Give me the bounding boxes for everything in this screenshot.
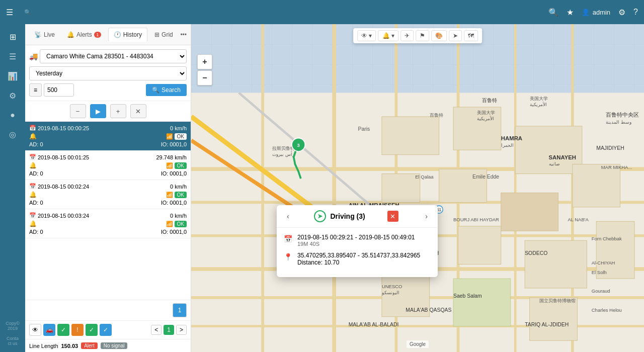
svg-text:صانيه: صانيه	[549, 161, 560, 166]
history-item-2[interactable]: 📅 2019-08-15 00:01:25 29.748 km/h 🔔 📶 OK…	[25, 151, 191, 180]
popup-time-row: 📅 2019-08-15 00:29:21 - 2019-08-15 00:49…	[284, 234, 431, 247]
pagination-row: 1	[25, 300, 191, 320]
popup-next-button[interactable]: ›	[422, 211, 431, 221]
tab-alerts-label: Alerts	[76, 31, 92, 38]
limit-input[interactable]	[44, 83, 74, 97]
bell-toolbar-btn[interactable]: 🔔 ▾	[378, 30, 398, 41]
svg-text:美国大学: 美国大学	[477, 110, 495, 115]
map-canvas[interactable]: 百鲁特 美国大学 الأمريكية Paris 拉斯贝鲁特 رأس بيروت…	[191, 24, 644, 352]
history-item-1[interactable]: 📅 2019-08-15 00:00:25 0 km/h 🔔 📶 OK AD: …	[25, 122, 191, 151]
pb-stop-button[interactable]: ✕	[130, 104, 146, 118]
panel-controls: 🚚 Camaro White Cama 283501 - 4483034 Yes…	[25, 45, 191, 101]
status-bar: Line Length 150.03 Alert No signal	[25, 339, 191, 352]
alerts-badge: 1	[94, 32, 101, 38]
zoom-out-button[interactable]: −	[197, 70, 212, 85]
sidebar-item-list[interactable]: ☰	[0, 48, 25, 65]
svg-text:وسط المدينة: وسط المدينة	[606, 119, 631, 125]
filter-check2-button[interactable]: ✓	[86, 324, 98, 336]
page-1-button[interactable]: 1	[173, 303, 187, 317]
popup-prev-button[interactable]: ‹	[284, 211, 292, 221]
search-row: ≡ 🔍 Search	[29, 83, 187, 97]
tab-history[interactable]: 🕐 History	[108, 28, 147, 42]
sidebar-item-grid[interactable]: ⊞	[0, 28, 25, 46]
palette-toolbar-btn[interactable]: 🎨	[431, 30, 447, 41]
svg-text:国立贝鲁特博物馆: 国立贝鲁特博物馆	[539, 298, 576, 303]
svg-text:MALA'AB QASQAS: MALA'AB QASQAS	[406, 307, 451, 313]
svg-rect-20	[382, 174, 420, 203]
svg-text:Paris: Paris	[358, 126, 370, 132]
svg-text:MAR MIKHA...: MAR MIKHA...	[601, 164, 632, 170]
pb-play-button[interactable]: ▶	[90, 104, 106, 118]
notification-icon[interactable]: 🔍	[548, 8, 558, 17]
filter-page-num[interactable]: 1	[164, 325, 174, 335]
tab-history-label: History	[123, 31, 142, 38]
admin-label: 👤 admin	[582, 9, 610, 16]
svg-text:SANAYEH: SANAYEH	[549, 154, 577, 160]
history-item-3[interactable]: 📅 2019-08-15 00:02:24 0 km/h 🔔 📶 OK AD: …	[25, 180, 191, 209]
hi-io-1: IO: 0001,0	[161, 141, 187, 147]
search-button[interactable]: 🔍 Search	[146, 84, 187, 96]
user-icon: 👤	[582, 9, 590, 16]
plane-toolbar-btn[interactable]: ✈	[400, 30, 414, 41]
pb-next-button[interactable]: +	[110, 104, 126, 118]
search-icon: 🔍	[152, 86, 159, 94]
hi-ad-3: AD: 0	[29, 200, 43, 206]
tab-alerts[interactable]: 🔔 Alerts 1	[62, 28, 106, 41]
hi-speed-1: 0 km/h	[170, 125, 187, 131]
history-item-4[interactable]: 📅 2019-08-15 00:03:24 0 km/h 🔔 📶 OK AD: …	[25, 209, 191, 238]
popup-close-button[interactable]: ✕	[387, 211, 398, 222]
popup-coord-row: 📍 35.470295,33.895407 - 35.514737,33.842…	[284, 252, 431, 266]
eye-toolbar-btn[interactable]: 👁 ▾	[357, 30, 376, 41]
filter-eye-button[interactable]: 👁	[29, 324, 41, 336]
svg-text:الحمرا: الحمرا	[501, 142, 514, 148]
filter-check3-button[interactable]: ✓	[100, 324, 112, 336]
date-select-row: Yesterday	[29, 66, 187, 80]
svg-text:百鲁特中央区: 百鲁特中央区	[606, 112, 639, 118]
menu-icon[interactable]: ☰	[6, 8, 13, 17]
grid-tab-icon: ⊞	[154, 31, 159, 38]
zoom-in-button[interactable]: +	[197, 54, 212, 69]
tab-grid[interactable]: ⊞ Grid	[149, 28, 178, 41]
device-dropdown[interactable]: Camaro White Cama 283501 - 4483034	[40, 49, 187, 63]
app-search: 🔍	[24, 9, 31, 16]
device-icon: 🚚	[29, 52, 38, 60]
zoom-controls: + −	[197, 54, 212, 85]
svg-text:百鲁特: 百鲁特	[430, 112, 443, 118]
sidebar-item-status[interactable]: ●	[0, 107, 25, 124]
bell-icon-3: 🔔	[29, 191, 37, 198]
sidebar-item-chart[interactable]: 📊	[0, 67, 25, 85]
svg-rect-17	[382, 117, 439, 155]
hi-date-2: 📅 2019-08-15 00:01:25	[29, 154, 89, 160]
filter-alert-button[interactable]: !	[71, 324, 84, 336]
svg-rect-26	[525, 240, 587, 288]
history-icon: 🕐	[114, 31, 121, 38]
signal-icon-2: 📶	[166, 162, 173, 169]
hi-speed-3: 0 km/h	[170, 184, 187, 190]
sidebar-item-settings[interactable]: ⚙	[0, 87, 25, 105]
map-toolbar-btn[interactable]: 🗺	[464, 30, 478, 41]
hi-date-4: 📅 2019-08-15 00:03:24	[29, 212, 89, 219]
flag-toolbar-btn[interactable]: ⚑	[416, 30, 429, 41]
calendar-icon-2: 📅	[29, 154, 36, 160]
tab-live[interactable]: 📡 Live	[29, 28, 60, 41]
settings-icon[interactable]: ⚙	[618, 8, 625, 17]
list-view-button[interactable]: ≡	[29, 83, 42, 97]
svg-text:اليونسكو: اليونسكو	[381, 290, 399, 296]
star-icon[interactable]: ★	[567, 8, 574, 17]
filter-track-button[interactable]: 🚗	[43, 324, 55, 336]
filter-prev-button[interactable]: <	[151, 325, 162, 335]
signal-icon-3: 📶	[166, 192, 173, 198]
date-dropdown[interactable]: Yesterday	[29, 66, 187, 80]
navbar-left: ☰ 🔍	[6, 8, 31, 17]
help-icon[interactable]: ?	[633, 8, 638, 17]
svg-rect-23	[573, 164, 620, 207]
live-icon: 📡	[34, 31, 42, 38]
popup-card: ‹ ➤ Driving (3) ✕ › 📅 2019-08-15 00:29:2…	[277, 205, 438, 277]
arrow-toolbar-btn[interactable]: ➤	[449, 30, 462, 41]
filter-check1-button[interactable]: ✓	[57, 324, 69, 336]
filter-next-button[interactable]: >	[176, 325, 187, 335]
pb-prev-button[interactable]: −	[70, 104, 86, 118]
tab-more[interactable]: •••	[180, 31, 187, 38]
hi-ad-1: AD: 0	[29, 141, 43, 147]
sidebar-item-target[interactable]: ◎	[0, 126, 25, 143]
